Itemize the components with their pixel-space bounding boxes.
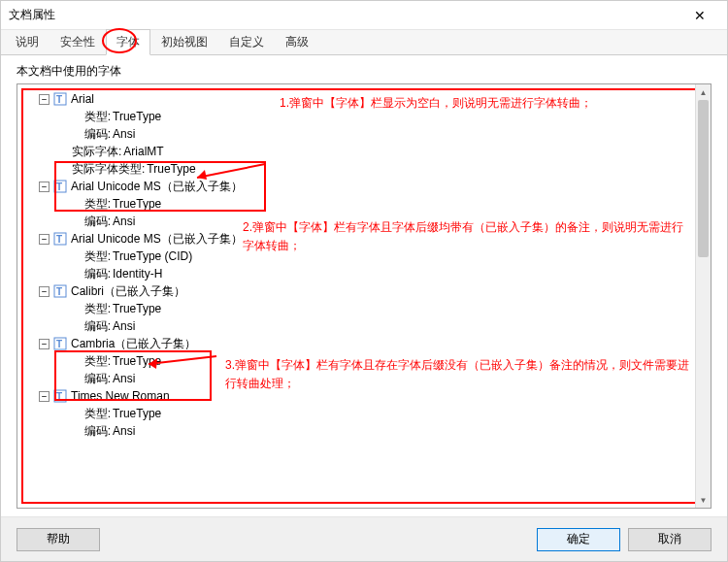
property-key: 编码: (72, 266, 111, 282)
property-key: 类型: (72, 248, 111, 265)
property-value: TrueType (113, 354, 161, 368)
font-row[interactable]: −TCambria（已嵌入子集） (39, 335, 707, 352)
font-type-icon: T (53, 284, 67, 298)
cancel-button[interactable]: 取消 (628, 528, 711, 551)
svg-text:T: T (56, 94, 62, 105)
font-type-icon: T (53, 92, 67, 106)
svg-text:T: T (56, 339, 62, 349)
font-name: Calibri（已嵌入子集） (71, 283, 185, 300)
close-icon[interactable]: ✕ (680, 8, 719, 23)
font-name: Arial Unicode MS（已嵌入子集） (71, 179, 243, 195)
property-key: 类型: (72, 109, 111, 125)
font-row[interactable]: −TArial (39, 90, 707, 108)
collapse-toggle-icon[interactable]: − (39, 391, 50, 402)
tab-bar: 说明 安全性 字体 初始视图 自定义 高级 (1, 30, 727, 55)
property-key: 编码: (72, 318, 111, 335)
collapse-toggle-icon[interactable]: − (39, 182, 50, 192)
font-property: 类型:TrueType (72, 195, 707, 213)
property-value: Ansi (113, 372, 135, 385)
property-key: 实际字体类型: (72, 161, 145, 178)
ok-button[interactable]: 确定 (537, 528, 620, 551)
scrollbar-thumb[interactable] (698, 100, 709, 257)
font-node: −TCambria（已嵌入子集）类型:TrueType编码:Ansi (39, 335, 707, 387)
font-property: 编码:Ansi (72, 422, 707, 440)
collapse-toggle-icon[interactable]: − (39, 339, 50, 349)
property-key: 实际字体: (72, 144, 121, 160)
property-value: ArialMT (123, 145, 163, 158)
font-property: 编码:Ansi (72, 370, 707, 387)
scroll-down-icon[interactable]: ▼ (696, 492, 711, 508)
font-node: −TCalibri（已嵌入子集）类型:TrueType编码:Ansi (39, 282, 707, 335)
dialog-footer: 帮助 确定 取消 (1, 516, 727, 561)
font-node: −TTimes New Roman类型:TrueType编码:Ansi (39, 387, 707, 440)
font-property: 编码:Ansi (72, 213, 707, 230)
font-name: Times New Roman (71, 389, 170, 403)
collapse-toggle-icon[interactable]: − (39, 234, 50, 245)
property-value: TrueType (113, 110, 161, 123)
font-type-icon: T (53, 232, 67, 246)
content-area: 本文档中使用的字体 −TArial类型:TrueType编码:Ansi实际字体:… (1, 55, 727, 516)
tab-description[interactable]: 说明 (5, 29, 50, 54)
font-row[interactable]: −TTimes New Roman (39, 387, 707, 405)
property-key: 编码: (72, 126, 111, 143)
property-key: 类型: (72, 301, 111, 317)
dialog-window: 文档属性 ✕ 说明 安全性 字体 初始视图 自定义 高级 本文档中使用的字体 −… (0, 0, 728, 562)
font-name: Cambria（已嵌入子集） (71, 336, 196, 352)
property-key: 编码: (72, 423, 111, 440)
svg-text:T: T (56, 234, 62, 245)
font-property: 编码:Identity-H (72, 265, 707, 282)
font-type-icon: T (53, 337, 67, 350)
font-tree[interactable]: −TArial类型:TrueType编码:Ansi实际字体:ArialMT实际字… (17, 84, 711, 508)
property-key: 编码: (72, 214, 111, 230)
font-property: 类型:TrueType (CID) (72, 248, 707, 265)
property-value: Ansi (113, 319, 135, 333)
font-property: 类型:TrueType (72, 405, 707, 422)
help-button[interactable]: 帮助 (17, 528, 100, 551)
scrollbar-track[interactable] (696, 100, 711, 492)
property-value: Ansi (113, 127, 135, 141)
font-tree-box: −TArial类型:TrueType编码:Ansi实际字体:ArialMT实际字… (17, 83, 711, 509)
tab-fonts[interactable]: 字体 (106, 29, 150, 55)
property-key: 编码: (72, 371, 111, 387)
property-key: 类型: (72, 353, 111, 370)
svg-text:T: T (56, 286, 62, 297)
font-node: −TArial Unicode MS（已嵌入子集）类型:TrueType (CI… (39, 230, 707, 282)
property-value: Ansi (113, 215, 135, 228)
font-name: Arial Unicode MS（已嵌入子集） (71, 231, 243, 248)
font-property: 实际字体类型:TrueType (72, 160, 707, 178)
group-label: 本文档中使用的字体 (17, 63, 711, 80)
font-name: Arial (71, 92, 94, 106)
vertical-scrollbar[interactable]: ▲ ▼ (695, 84, 711, 508)
property-value: TrueType (113, 302, 161, 315)
font-property: 编码:Ansi (72, 317, 707, 335)
font-property: 编码:Ansi (72, 125, 707, 143)
font-row[interactable]: −TArial Unicode MS（已嵌入子集） (39, 230, 707, 248)
property-value: Ansi (113, 424, 135, 438)
property-value: TrueType (CID) (113, 249, 192, 263)
window-title: 文档属性 (9, 7, 680, 23)
collapse-toggle-icon[interactable]: − (39, 94, 50, 105)
scroll-up-icon[interactable]: ▲ (696, 84, 711, 100)
property-value: TrueType (113, 407, 161, 420)
font-row[interactable]: −TCalibri（已嵌入子集） (39, 282, 707, 300)
property-value: Identity-H (113, 267, 162, 281)
titlebar: 文档属性 ✕ (1, 1, 727, 30)
tab-security[interactable]: 安全性 (50, 29, 106, 54)
font-type-icon: T (53, 389, 67, 403)
collapse-toggle-icon[interactable]: − (39, 286, 50, 297)
tab-initial-view[interactable]: 初始视图 (150, 29, 218, 54)
font-property: 类型:TrueType (72, 352, 707, 370)
property-key: 类型: (72, 196, 111, 213)
font-node: −TArial类型:TrueType编码:Ansi实际字体:ArialMT实际字… (39, 90, 707, 178)
svg-text:T: T (56, 391, 62, 402)
font-property: 实际字体:ArialMT (72, 143, 707, 160)
font-type-icon: T (53, 180, 67, 193)
tab-custom[interactable]: 自定义 (218, 29, 275, 54)
font-property: 类型:TrueType (72, 300, 707, 317)
font-row[interactable]: −TArial Unicode MS（已嵌入子集） (39, 178, 707, 195)
font-node: −TArial Unicode MS（已嵌入子集）类型:TrueType编码:A… (39, 178, 707, 230)
property-value: TrueType (147, 162, 195, 176)
property-value: TrueType (113, 197, 161, 211)
property-key: 类型: (72, 406, 111, 422)
tab-advanced[interactable]: 高级 (275, 29, 319, 54)
